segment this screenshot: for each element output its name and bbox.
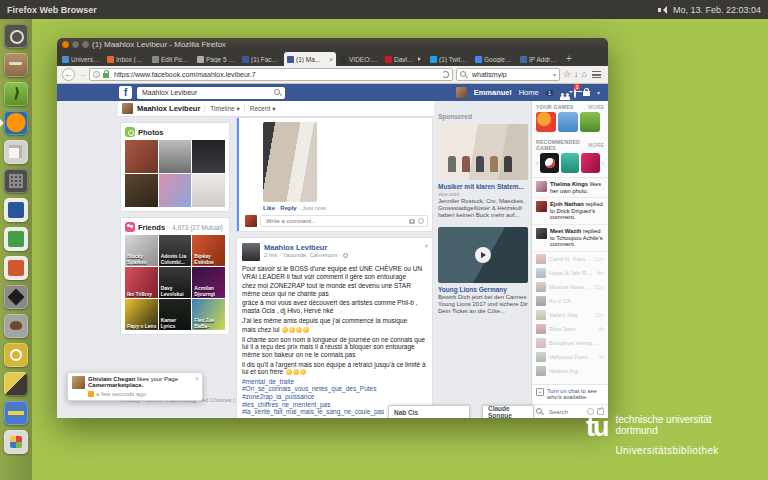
ticker-story[interactable]: Ejoh Nathan replied to Drick Driguez's c… [532,198,608,225]
ad-image[interactable] [438,124,528,180]
forward-button[interactable]: → [78,70,86,79]
window-titlebar[interactable]: (1) Maahlox Levibeur - Mozilla Firefox [57,38,608,50]
chat-contact[interactable]: Ko-c Cfr [532,294,608,308]
chat-search-input[interactable] [547,408,584,416]
facebook-search-box[interactable] [137,87,285,99]
back-button[interactable]: ← [62,68,75,81]
reply-link[interactable]: Reply [280,205,296,211]
tab-twitter[interactable]: (1) Twitte... [427,52,471,66]
hashtag-link[interactable]: #On_se_connais_vous_netes_que_des_Putes [242,385,427,393]
notification-toast[interactable]: × Ghislain Chegan likes your Page Camerm… [67,372,203,401]
chat-contact[interactable]: Valery Atia11m [532,308,608,322]
recent-button[interactable]: Recent ▾ [244,105,276,113]
chat-contact[interactable]: Rico John9h [532,322,608,336]
chat-contact[interactable]: Carol N. Kamga21m [532,252,608,266]
browser-search-input[interactable] [470,70,551,79]
comment-input[interactable] [264,217,406,225]
tab-google-translate[interactable]: Google Tr... [472,52,516,66]
tab-video[interactable]: VIDEO: P-... [337,52,381,66]
account-menu-caret-icon[interactable]: ▾ [597,89,600,96]
launcher-item-writer[interactable] [0,196,32,223]
ticker-story[interactable]: Meet Wazih replied to Tchoupou Achile's … [532,225,608,252]
notifications-button[interactable]: 1 [574,88,576,97]
privacy-shortcuts-icon[interactable] [583,91,590,96]
launcher-item-runner[interactable] [0,80,32,107]
games-next-arrow-icon[interactable]: › [602,160,604,167]
timeline-button[interactable]: Timeline ▾ [204,105,239,113]
bottle-flip-game-icon[interactable] [561,153,579,173]
photos-title[interactable]: Photos [138,128,163,137]
photo-thumbnail[interactable] [159,140,192,173]
profile-name[interactable]: Maahlox Levibeur [137,104,200,113]
launcher-item-wine[interactable] [0,428,32,455]
new-tab-button[interactable]: + [562,53,576,64]
hamburger-menu-icon[interactable] [592,71,601,78]
chat-contact[interactable]: Hope & Jah Rastafari8m [532,266,608,280]
recommended-more-link[interactable]: MORE [588,142,604,148]
friend-tile[interactable]: Acmilan Djourngi [192,267,225,298]
like-link[interactable]: Like [263,205,275,211]
launcher-item-gimp[interactable] [0,312,32,339]
hashtag-link[interactable]: #zone2rap_la_puissance [242,393,427,401]
friend-tile[interactable]: Flex Zee BaBa– [192,299,225,330]
downloads-icon[interactable]: ↓ [574,68,579,81]
friend-tile[interactable]: Kamer Lyrics [159,299,192,330]
ticker-story[interactable]: Thelma Kings likes her own photo. [532,178,608,198]
tab-university[interactable]: Universit... [59,52,103,66]
turn-on-chat-link[interactable]: Turn on chat [547,388,579,394]
your-games-more-link[interactable]: MORE [588,104,604,110]
tab-page5[interactable]: Page 5 – Cam... [194,52,238,66]
nav-user-name[interactable]: Emmanuel [474,88,512,97]
launcher-item-files[interactable] [0,51,32,78]
avatar[interactable] [456,87,467,98]
chat-contact[interactable]: Bongkiya Venagesh... [532,336,608,350]
photo-thumbnail[interactable] [125,174,158,207]
city-builder-game-icon[interactable] [558,112,578,132]
launcher-item-file-search[interactable] [0,341,32,368]
chat-contact[interactable]: Mosina Nassako21m [532,280,608,294]
page-info-icon[interactable]: i [93,71,100,78]
tab-edit-post[interactable]: Edit Post : C... [149,52,193,66]
farm-game-icon[interactable] [580,112,600,132]
sponsored-ad[interactable]: Musiker mit klaren Statem... vice.com Je… [438,124,528,219]
tab-audio-icon[interactable] [418,57,423,61]
photo-thumbnail[interactable] [192,140,225,173]
8-ball-pool-icon[interactable] [540,153,558,173]
friends-title[interactable]: Friends [138,223,165,232]
launcher-item-dash[interactable] [0,22,32,49]
slots-777-game-icon[interactable] [581,153,599,173]
volume-icon[interactable] [658,6,667,14]
window-minimize-button[interactable] [72,41,79,48]
post-options-caret-icon[interactable]: ▾ [425,242,428,249]
launcher-item-firefox[interactable] [0,109,32,136]
url-input[interactable] [112,70,439,79]
profile-mini-avatar[interactable] [122,103,133,114]
launcher-item-text-editor[interactable] [0,138,32,165]
launcher-item-system-utility[interactable] [0,370,32,397]
facebook-logo[interactable]: f [119,86,132,99]
nav-home-link[interactable]: Home [519,88,539,97]
launcher-item-calc[interactable] [0,225,32,252]
post-meta[interactable]: 2 hrs · Yaoundé, Cameroon · [264,252,341,258]
friend-tile[interactable]: Blacky Sparkes [125,235,158,266]
chat-tab-claude-songue[interactable]: Claude Songue [482,405,534,418]
toast-close-icon[interactable]: × [195,375,199,382]
ad-video-thumbnail[interactable] [438,227,528,283]
tab-close-icon[interactable]: × [329,56,333,63]
post-author-name[interactable]: Maahlox Levibeur [264,243,348,252]
chat-contact[interactable]: Vallycool Fominyam4h [532,350,608,364]
window-close-button[interactable] [62,41,69,48]
games-prev-arrow-icon[interactable]: ‹ [536,160,538,167]
facebook-search-input[interactable] [140,88,274,97]
friend-tile[interactable]: Papy o Lens [125,299,158,330]
photo-thumbnail[interactable] [192,174,225,207]
chat-tab-nab-cis[interactable]: Nab Cis [388,405,470,418]
ad-title-link[interactable]: Musiker mit klaren Statem... [438,183,528,190]
post-author-avatar[interactable] [242,243,260,261]
attach-photo-icon[interactable] [409,219,415,224]
comment-input-box[interactable] [260,215,428,227]
window-maximize-button[interactable] [82,41,89,48]
friend-tile[interactable]: Bipkay Esindoe [192,235,225,266]
tab-youtube[interactable]: David... [382,52,426,66]
home-icon[interactable]: ⌂ [582,68,587,81]
